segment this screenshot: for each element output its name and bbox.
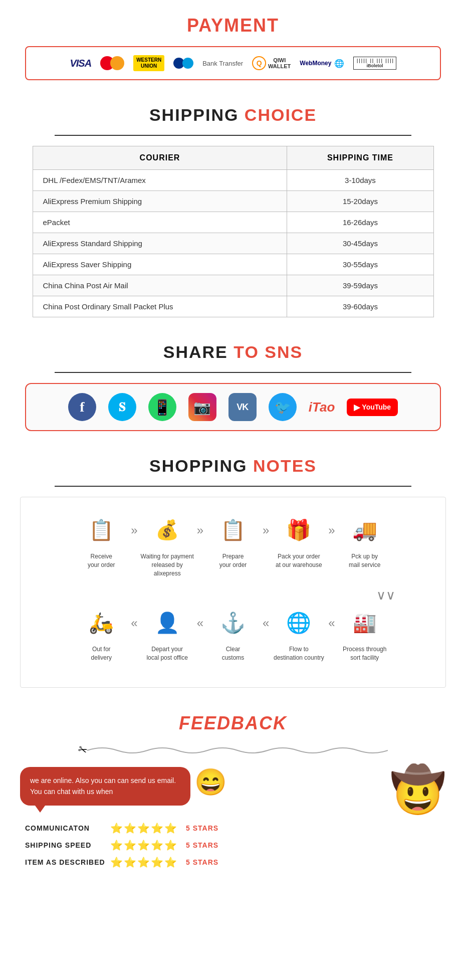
qiwi-logo: Q [252, 56, 266, 70]
time-cell: 16-26days [287, 212, 433, 233]
maestro-logo [173, 56, 193, 70]
waiting-payment-label: Waiting for paymentreleased by alixepres… [140, 552, 195, 577]
step-receive-order: 📋 Receiveyour order [74, 512, 129, 569]
time-header: SHIPPING TIME [287, 146, 433, 170]
step-out-delivery: 🛵 Out fordelivery [74, 605, 129, 662]
process-row-1: 📋 Receiveyour order » 💰 Waiting for paym… [31, 512, 435, 577]
prepare-order-label: Prepareyour order [219, 552, 247, 569]
chat-area: we are online. Also you can can send us … [20, 767, 227, 806]
courier-cell: ePacket [33, 212, 287, 233]
visa-logo: VISA [70, 58, 91, 69]
out-delivery-icon: 🛵 [84, 605, 119, 640]
time-cell: 3-10days [287, 170, 433, 191]
rating-text: 5 STARS [186, 858, 218, 866]
feedback-chat-box: we are online. Also you can can send us … [20, 767, 190, 806]
arrow-1: » [129, 523, 139, 537]
process-row-2: 🛵 Out fordelivery « 👤 Depart yourlocal p… [31, 605, 435, 662]
ratings-container: COMMUNICATON ⭐⭐⭐⭐⭐ 5 STARS SHIPPING SPEE… [10, 812, 456, 883]
courier-cell: DHL /Fedex/EMS/TNT/Aramex [33, 170, 287, 191]
depart-post-label: Depart yourlocal post office [146, 645, 188, 662]
rating-text: 5 STARS [186, 841, 218, 849]
step-pickup-mail: 🚚 Pck up bymail service [337, 512, 392, 569]
instagram-icon[interactable]: 📷 [188, 393, 216, 421]
flow-to-label: Flow todestination country [274, 645, 324, 662]
rating-text: 5 STARS [186, 824, 218, 832]
webmoney-globe: 🌐 [334, 59, 344, 68]
twitter-icon[interactable]: 🐦 [269, 393, 297, 421]
maestro-circle-cyan [182, 58, 193, 69]
qiwi-payment: Q QIWIWALLET [252, 56, 291, 70]
chat-bubble-tail [35, 806, 45, 813]
feedback-section: FEEDBACK ✂ we are online. Also you can c… [0, 698, 466, 898]
courier-cell: AliExpress Standard Shipping [33, 233, 287, 254]
iboletol-payment: ||||| || ||| |||| iBoletol [353, 57, 396, 70]
payment-title: PAYMENT [10, 15, 456, 36]
payment-section: PAYMENT VISA WESTERNUNION Bank Transfer [0, 0, 466, 90]
courier-cell: China China Post Air Mail [33, 275, 287, 296]
skype-icon[interactable]: 𝐒 [108, 393, 136, 421]
rating-row: SHIPPING SPEED ⭐⭐⭐⭐⭐ 5 STARS [25, 839, 441, 851]
time-cell: 30-55days [287, 254, 433, 275]
youtube-icon[interactable]: ▶YouTube [347, 399, 398, 416]
mastercard-payment [100, 56, 124, 70]
step-sort-facility: 🏭 Process throughsort facility [337, 605, 392, 662]
shipping-title: SHIPPING CHOICE [10, 105, 456, 125]
bank-transfer-label: Bank Transfer [202, 60, 243, 67]
feedback-mascot: 🤠 [390, 767, 446, 812]
webmoney-payment: WebMoney 🌐 [300, 59, 344, 68]
qiwi-text: QIWIWALLET [268, 57, 291, 69]
rating-stars: ⭐⭐⭐⭐⭐ [110, 856, 178, 868]
mc-circle-yellow [110, 56, 124, 70]
shipping-table: COURIER SHIPPING TIME DHL /Fedex/EMS/TNT… [33, 146, 434, 317]
arrow-4: » [326, 523, 337, 537]
shipping-row: AliExpress Standard Shipping 30-45days [33, 233, 433, 254]
waiting-payment-icon: 💰 [150, 512, 185, 547]
step-flow-to: 🌐 Flow todestination country [271, 605, 326, 662]
pack-order-label: Pack your orderat our warehouse [276, 552, 322, 569]
sort-facility-label: Process throughsort facility [343, 645, 386, 662]
time-cell: 39-60days [287, 296, 433, 317]
rating-stars: ⭐⭐⭐⭐⭐ [110, 839, 178, 851]
itao-icon[interactable]: iTao [309, 400, 335, 415]
receive-order-label: Receiveyour order [88, 552, 115, 569]
depart-post-icon: 👤 [150, 605, 185, 640]
out-delivery-label: Out fordelivery [91, 645, 112, 662]
rating-stars: ⭐⭐⭐⭐⭐ [110, 822, 178, 834]
facebook-icon[interactable]: f [68, 393, 96, 421]
arrow-3: » [261, 523, 271, 537]
shopping-notes-section: SHOPPING NOTES 📋 Receiveyour order » 💰 W… [0, 441, 466, 698]
shipping-row: AliExpress Premium Shipping 15-20days [33, 191, 433, 212]
courier-cell: China Post Ordinary Small Packet Plus [33, 296, 287, 317]
rating-label: COMMUNICATON [25, 824, 105, 832]
feedback-emoji: 😄 [194, 767, 227, 798]
maestro-payment [173, 56, 193, 70]
time-cell: 15-20days [287, 191, 433, 212]
clear-customs-icon: ⚓ [215, 605, 251, 640]
shipping-row: China Post Ordinary Small Packet Plus 39… [33, 296, 433, 317]
chat-text: we are online. Also you can can send us … [30, 776, 176, 796]
shopping-notes-title: SHOPPING NOTES [10, 456, 456, 476]
scissors-icon: ✂ [76, 743, 89, 758]
sns-box: f 𝐒 📱 📷 VK 🐦 iTao ▶YouTube [25, 383, 441, 431]
rating-row: COMMUNICATON ⭐⭐⭐⭐⭐ 5 STARS [25, 822, 441, 834]
courier-cell: AliExpress Saver Shipping [33, 254, 287, 275]
visa-payment: VISA [70, 58, 91, 69]
westernunion-payment: WESTERNUNION [133, 55, 164, 71]
shipping-row: AliExpress Saver Shipping 30-55days [33, 254, 433, 275]
flow-to-icon: 🌐 [281, 605, 316, 640]
sort-facility-icon: 🏭 [347, 605, 382, 640]
whatsapp-icon[interactable]: 📱 [148, 393, 176, 421]
notes-box: 📋 Receiveyour order » 💰 Waiting for paym… [20, 497, 446, 688]
courier-cell: AliExpress Premium Shipping [33, 191, 287, 212]
down-arrow: ∨∨ [31, 587, 435, 603]
payment-methods-box: VISA WESTERNUNION Bank Transfer Q QIWIWA… [25, 46, 441, 80]
step-prepare-order: 📋 Prepareyour order [205, 512, 261, 569]
banktransfer-payment: Bank Transfer [202, 60, 243, 67]
feedback-title: FEEDBACK [10, 713, 456, 734]
webmoney-logo: WebMoney [300, 60, 331, 67]
arrow-5: « [129, 616, 139, 630]
vk-icon[interactable]: VK [228, 393, 257, 421]
pack-order-icon: 🎁 [281, 512, 316, 547]
time-cell: 30-45days [287, 233, 433, 254]
western-union-logo: WESTERNUNION [133, 55, 164, 71]
